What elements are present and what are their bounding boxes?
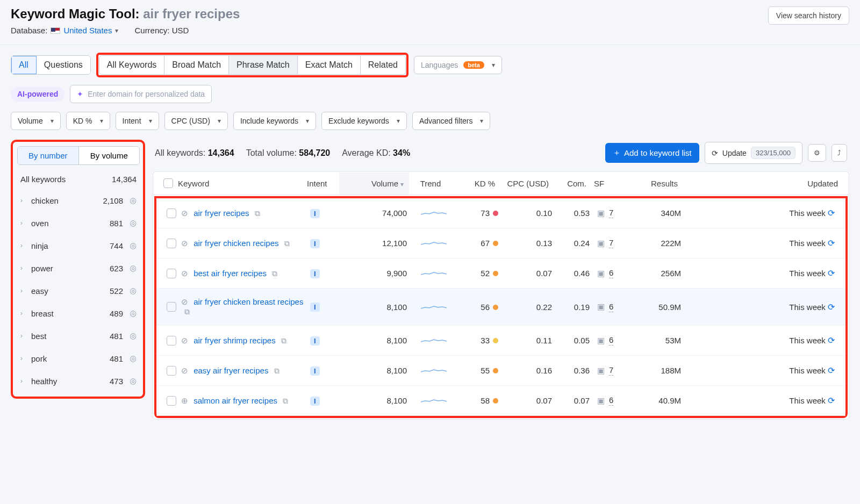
plus-circle-icon[interactable]: ⊕ — [181, 396, 188, 405]
keyword-link[interactable]: easy air fryer recipes — [194, 366, 268, 375]
check-circle-icon[interactable]: ⊘ — [181, 269, 188, 278]
add-to-list-button[interactable]: ＋ Add to keyword list — [605, 143, 699, 163]
eye-icon[interactable]: ◎ — [130, 354, 137, 363]
check-circle-icon[interactable]: ⊘ — [181, 297, 188, 306]
eye-icon[interactable]: ◎ — [130, 196, 137, 205]
page-title: Keyword Magic Tool: air fryer recipes — [11, 6, 240, 21]
refresh-icon[interactable]: ⟳ — [828, 336, 835, 345]
sidebar-item[interactable]: › pork 481 ◎ — [17, 347, 140, 370]
sidebar-tab-volume[interactable]: By volume — [79, 147, 140, 164]
sidebar-item[interactable]: › chicken 2,108 ◎ — [17, 189, 140, 212]
filter-intent[interactable]: Intent▾ — [116, 112, 159, 130]
serp-window-icon[interactable]: ⧉ — [255, 209, 260, 218]
refresh-icon[interactable]: ⟳ — [828, 303, 835, 312]
keyword-link[interactable]: air fryer chicken recipes — [194, 239, 278, 248]
row-checkbox[interactable] — [167, 239, 176, 248]
chevron-down-icon: ▾ — [492, 61, 495, 69]
match-phrase[interactable]: Phrase Match — [229, 56, 298, 74]
keyword-link[interactable]: air fryer recipes — [194, 208, 249, 218]
eye-icon[interactable]: ◎ — [130, 331, 137, 341]
refresh-icon[interactable]: ⟳ — [828, 366, 835, 375]
row-checkbox[interactable] — [167, 302, 176, 312]
keyword-link[interactable]: best air fryer recipes — [194, 269, 267, 278]
col-com[interactable]: Com. — [549, 179, 586, 188]
check-circle-icon[interactable]: ⊘ — [181, 366, 188, 375]
tab-all[interactable]: All — [11, 56, 37, 74]
refresh-icon[interactable]: ⟳ — [828, 208, 835, 218]
sidebar-item-label: easy — [31, 286, 105, 296]
sidebar-tab-number[interactable]: By number — [18, 147, 79, 164]
filter-cpc[interactable]: CPC (USD)▾ — [164, 112, 228, 130]
eye-icon[interactable]: ◎ — [130, 376, 137, 386]
export-button[interactable]: ⤴ — [832, 144, 847, 162]
sidebar-item[interactable]: › easy 522 ◎ — [17, 279, 140, 302]
row-checkbox[interactable] — [167, 366, 176, 376]
eye-icon[interactable]: ◎ — [130, 263, 137, 273]
serp-window-icon[interactable]: ⧉ — [184, 307, 190, 316]
select-all-checkbox[interactable] — [163, 178, 173, 188]
cell-results: 222M — [633, 239, 681, 248]
languages-dropdown[interactable]: Languages beta ▾ — [414, 56, 502, 74]
col-volume[interactable]: Volume▾ — [339, 172, 409, 195]
serp-window-icon[interactable]: ⧉ — [281, 336, 286, 345]
sidebar-item[interactable]: › oven 881 ◎ — [17, 212, 140, 234]
update-ratio: 323/15,000 — [751, 147, 796, 159]
keyword-link[interactable]: salmon air fryer recipes — [194, 396, 277, 405]
match-broad[interactable]: Broad Match — [164, 56, 229, 74]
row-checkbox[interactable] — [167, 336, 176, 345]
database-value[interactable]: United States — [63, 26, 112, 35]
check-circle-icon[interactable]: ⊘ — [181, 336, 188, 345]
refresh-icon[interactable]: ⟳ — [828, 269, 835, 278]
sidebar-item[interactable]: › breast 489 ◎ — [17, 302, 140, 325]
col-results[interactable]: Results — [629, 179, 678, 188]
refresh-icon[interactable]: ⟳ — [828, 396, 835, 405]
serp-feature-icon: ▣ — [597, 208, 605, 218]
sidebar-item[interactable]: › power 623 ◎ — [17, 257, 140, 279]
check-circle-icon[interactable]: ⊘ — [181, 208, 188, 218]
sidebar-all-keywords[interactable]: All keywords 14,364 — [17, 169, 140, 189]
eye-icon[interactable]: ◎ — [130, 241, 137, 250]
filter-volume[interactable]: Volume▾ — [11, 112, 61, 130]
row-checkbox[interactable] — [167, 396, 176, 406]
serp-window-icon[interactable]: ⧉ — [272, 269, 277, 278]
cell-volume: 9,900 — [342, 269, 412, 278]
update-button[interactable]: ⟳ Update 323/15,000 — [705, 142, 802, 164]
view-history-button[interactable]: View search history — [768, 6, 849, 25]
col-intent[interactable]: Intent — [307, 179, 339, 188]
match-exact[interactable]: Exact Match — [298, 56, 361, 74]
row-checkbox[interactable] — [167, 208, 176, 218]
col-cpc[interactable]: CPC (USD) — [495, 179, 549, 188]
match-related[interactable]: Related — [361, 56, 405, 74]
database-selector[interactable]: Database: United States ▾ — [11, 26, 118, 35]
serp-window-icon[interactable]: ⧉ — [283, 397, 288, 405]
check-circle-icon[interactable]: ⊘ — [181, 239, 188, 248]
eye-icon[interactable]: ◎ — [130, 286, 137, 296]
match-all[interactable]: All Keywords — [99, 56, 164, 74]
domain-input[interactable]: ✦ Enter domain for personalized data — [70, 85, 212, 103]
eye-icon[interactable]: ◎ — [130, 218, 137, 228]
row-checkbox[interactable] — [167, 269, 176, 278]
col-trend[interactable]: Trend — [409, 179, 452, 188]
filter-kd[interactable]: KD %▾ — [66, 112, 110, 130]
settings-button[interactable]: ⚙ — [808, 144, 826, 162]
keyword-link[interactable]: air fryer chicken breast recipes — [194, 297, 303, 306]
filter-exclude[interactable]: Exclude keywords▾ — [321, 112, 407, 130]
tab-questions[interactable]: Questions — [37, 56, 90, 74]
cell-com: 0.24 — [552, 239, 590, 248]
col-kd[interactable]: KD % — [452, 179, 495, 188]
eye-icon[interactable]: ◎ — [130, 308, 137, 318]
col-keyword[interactable]: Keyword — [178, 179, 307, 188]
intent-badge: I — [310, 366, 320, 376]
keyword-link[interactable]: air fryer shrimp recipes — [194, 336, 276, 345]
col-sf[interactable]: SF — [586, 179, 629, 188]
sidebar-item[interactable]: › best 481 ◎ — [17, 325, 140, 347]
serp-window-icon[interactable]: ⧉ — [284, 239, 290, 248]
filter-include[interactable]: Include keywords▾ — [233, 112, 316, 130]
sidebar-item[interactable]: › healthy 473 ◎ — [17, 370, 140, 392]
filter-advanced[interactable]: Advanced filters▾ — [412, 112, 491, 130]
serp-feature-icon: ▣ — [597, 366, 605, 376]
sidebar-item[interactable]: › ninja 744 ◎ — [17, 234, 140, 257]
serp-window-icon[interactable]: ⧉ — [274, 366, 280, 375]
refresh-icon[interactable]: ⟳ — [828, 239, 835, 248]
col-updated[interactable]: Updated — [678, 179, 843, 188]
